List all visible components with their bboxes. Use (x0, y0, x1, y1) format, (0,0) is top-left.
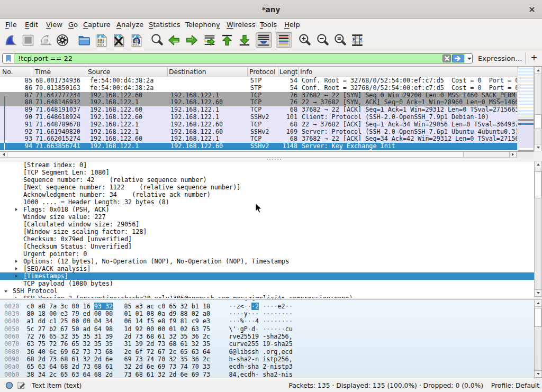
menu-wireless[interactable]: Wireless (227, 21, 255, 29)
detail-row[interactable]: Acknowledgment number: 34 (relative ack … (0, 191, 534, 198)
capture-comment-icon[interactable] (17, 381, 25, 391)
hex-row-0080[interactable]: 0080 36 40 6c 69 62 73 73 68 2e 6f 72 67… (4, 348, 293, 355)
collapse-icon[interactable] (4, 290, 7, 293)
hex-row-0030[interactable]: 0030 80 18 00 e3 79 ed 00 00 01 01 08 0a… (4, 310, 293, 317)
column-header-no[interactable]: No. (2, 68, 13, 76)
scrollbar-thumb[interactable] (7, 152, 464, 157)
zoom-in-button[interactable] (298, 33, 312, 47)
packet-row-86[interactable]: 8670.013850163fe:54:00:d4:38:2aSTP54Conf… (0, 85, 517, 92)
menu-telephony[interactable]: Telephony (185, 21, 220, 29)
filter-dropdown-icon[interactable] (465, 54, 473, 63)
packet-list-vscrollbar[interactable] (534, 67, 542, 151)
scroll-left-icon[interactable] (0, 152, 7, 157)
packet-row-87[interactable]: 8771.647777234192.168.122.60192.168.122.… (0, 92, 517, 99)
scroll-down-icon[interactable] (535, 144, 541, 151)
reload-file-button[interactable]: 010101100111 (130, 33, 143, 47)
hex-row-00b0[interactable]: 00b0 38 34 2c 65 63 64 68 2d 73 68 61 32… (4, 371, 293, 378)
scrollbar-thumb[interactable] (535, 308, 541, 327)
scroll-up-icon[interactable] (535, 300, 541, 307)
packet-row-88[interactable]: 8871.648146932192.168.122.1192.168.122.6… (0, 99, 517, 106)
scrollbar-thumb[interactable] (535, 171, 541, 198)
detail-row[interactable]: Flags: 0x018 (PSH, ACK) (0, 206, 534, 213)
detail-row[interactable]: [Timestamps] (0, 272, 534, 280)
expand-icon[interactable] (15, 208, 17, 211)
column-separator[interactable] (278, 67, 278, 77)
go-to-packet-button[interactable] (203, 33, 216, 47)
go-forward-button[interactable] (185, 33, 198, 47)
detail-row[interactable]: 1000 .... = Header Length: 32 bytes (8) (0, 198, 534, 206)
hex-row-0050[interactable]: 0050 5c 27 b2 67 50 ad 64 98 1d 92 00 00… (4, 325, 293, 333)
scroll-up-icon[interactable] (535, 67, 541, 74)
column-separator[interactable] (298, 67, 299, 77)
hex-row-00a0[interactable]: 00a0 65 63 64 68 2d 73 68 61 32 2d 6e 69… (4, 363, 293, 370)
detail-row[interactable]: Urgent pointer: 0 (0, 250, 534, 258)
hex-row-0060[interactable]: 0060 72 76 65 32 35 35 31 39 2d 73 68 61… (4, 333, 293, 340)
column-header-info[interactable]: Info (300, 68, 312, 76)
column-separator[interactable] (33, 67, 33, 77)
detail-row[interactable]: SSH Protocol (0, 287, 534, 295)
hex-row-0090[interactable]: 0090 68 2d 73 68 61 32 2d 6e 69 73 74 70… (4, 355, 293, 363)
filter-bookmark-icon[interactable] (3, 54, 14, 63)
expert-info-icon[interactable] (5, 381, 13, 391)
packet-list-minimap[interactable] (518, 67, 534, 151)
go-last-packet-button[interactable] (238, 33, 251, 47)
packet-row-89[interactable]: 8971.648191037192.168.122.60192.168.122.… (0, 106, 517, 114)
save-file-button[interactable]: 010101100111 (95, 33, 109, 47)
expand-icon[interactable] (15, 275, 17, 278)
packet-list-hscrollbar[interactable] (0, 151, 517, 158)
menu-capture[interactable]: Capture (83, 21, 111, 29)
detail-row[interactable]: [Stream index: 0] (0, 161, 534, 169)
scroll-down-icon[interactable] (535, 370, 541, 377)
menu-edit[interactable]: Edit (25, 21, 38, 29)
packet-row-92[interactable]: 9271.661949820192.168.122.1192.168.122.6… (0, 129, 517, 136)
detail-row[interactable]: Checksum: 0x79ed [unverified] (0, 235, 534, 243)
menu-analyze[interactable]: Analyze (116, 21, 143, 29)
column-separator[interactable] (167, 67, 168, 77)
column-header-length[interactable]: Length (279, 68, 297, 76)
expression-button[interactable]: Expression… (478, 54, 522, 62)
restart-capture-button[interactable] (39, 33, 52, 47)
column-header-time[interactable]: Time (35, 68, 51, 76)
start-capture-button[interactable] (4, 33, 17, 47)
detail-row[interactable]: Window size value: 227 (0, 213, 534, 221)
detail-row[interactable]: Sequence number: 42 (relative sequence n… (0, 176, 534, 184)
zoom-original-button[interactable] (333, 33, 347, 47)
capture-options-button[interactable] (56, 33, 69, 47)
column-separator[interactable] (247, 67, 248, 77)
packet-row-91[interactable]: 9171.648789678192.168.122.1192.168.122.6… (0, 121, 517, 129)
menu-file[interactable]: File (5, 21, 17, 29)
hex-row-0010[interactable]: 0010 04 6e 9c 4a 40 00 40 06 a3 d1 c0 a8… (4, 299, 293, 301)
bytes-vscrollbar[interactable] (534, 299, 542, 378)
hex-row-0070[interactable]: 0070 63 75 72 76 65 32 35 35 31 39 2d 73… (4, 340, 293, 348)
menu-statistics[interactable]: Statistics (149, 21, 180, 29)
packet-row-93[interactable]: 9371.662015274192.168.122.60192.168.122.… (0, 135, 517, 143)
column-header-protocol[interactable]: Protocol (249, 68, 276, 76)
packet-row-94[interactable]: 9471.663856741192.168.122.1192.168.122.6… (0, 143, 517, 150)
status-profile[interactable]: Profile: Default (491, 382, 539, 389)
go-back-button[interactable] (167, 33, 181, 47)
display-filter-input[interactable]: !tcp.port == 22 (2, 53, 473, 63)
filter-apply-icon[interactable] (452, 54, 464, 62)
colorize-packets-button[interactable] (276, 32, 292, 48)
column-header-destination[interactable]: Destination (169, 68, 206, 76)
menu-view[interactable]: View (46, 21, 62, 29)
scroll-down-icon[interactable] (535, 289, 541, 296)
detail-row[interactable]: [TCP Segment Len: 1080] (0, 169, 534, 176)
packet-row-90[interactable]: 9071.648618924192.168.122.60192.168.122.… (0, 114, 517, 121)
close-window-icon[interactable]: × (527, 5, 537, 14)
stop-capture-button[interactable] (21, 33, 35, 47)
titlebar[interactable]: *any × (0, 0, 542, 19)
detail-row[interactable]: [Window size scaling factor: 128] (0, 228, 534, 235)
scrollbar-thumb[interactable] (535, 114, 541, 129)
auto-scroll-button[interactable] (256, 32, 272, 48)
column-header-source[interactable]: Source (88, 68, 110, 76)
details-vscrollbar[interactable] (534, 161, 542, 297)
expand-icon[interactable] (15, 267, 17, 270)
resize-columns-button[interactable] (350, 33, 364, 47)
find-packet-button[interactable] (150, 33, 164, 47)
filter-clear-icon[interactable] (442, 54, 451, 62)
menu-go[interactable]: Go (68, 21, 78, 29)
open-file-button[interactable] (77, 33, 91, 47)
detail-row[interactable]: [Next sequence number: 1122 (relative se… (0, 184, 534, 191)
scroll-right-icon[interactable] (509, 152, 517, 157)
